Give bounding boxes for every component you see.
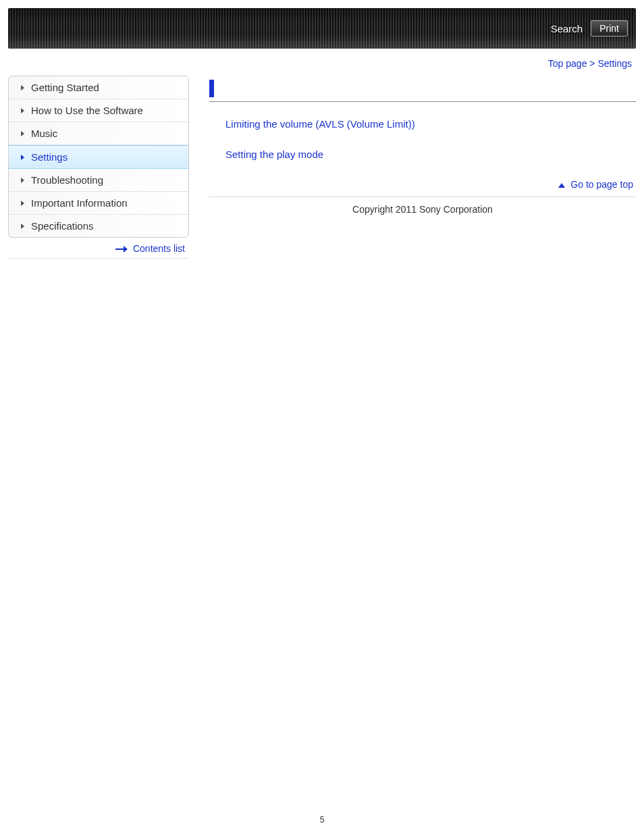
footer-copyright: Copyright 2011 Sony Corporation xyxy=(209,197,636,215)
search-link[interactable]: Search xyxy=(551,23,583,34)
page-number: 5 xyxy=(0,815,644,825)
content-links: Limiting the volume (AVLS (Volume Limit)… xyxy=(209,118,636,160)
sidebar-item-getting-started[interactable]: Getting Started xyxy=(9,76,188,99)
sidebar-item-how-to-use-software[interactable]: How to Use the Software xyxy=(9,99,188,122)
triangle-up-icon xyxy=(558,183,565,188)
caret-right-icon xyxy=(21,201,24,206)
section-marker-icon xyxy=(209,80,214,97)
sidebar-item-label: Settings xyxy=(31,151,68,163)
print-button[interactable]: Print xyxy=(591,20,628,36)
contents-list-link[interactable]: Contents list xyxy=(133,243,185,254)
sidebar-item-label: Troubleshooting xyxy=(31,174,103,186)
content-link-play-mode[interactable]: Setting the play mode xyxy=(225,149,636,160)
sidebar-item-music[interactable]: Music xyxy=(9,122,188,145)
caret-right-icon xyxy=(21,224,24,229)
caret-right-icon xyxy=(21,85,24,90)
header-bar: Search Print xyxy=(8,8,636,49)
contents-list-row: Contents list xyxy=(8,238,189,259)
caret-right-icon xyxy=(21,178,24,183)
caret-right-icon xyxy=(21,155,24,160)
sidebar-item-label: How to Use the Software xyxy=(31,105,143,116)
breadcrumb-separator: > xyxy=(587,58,597,69)
breadcrumb-top-page[interactable]: Top page xyxy=(548,58,587,69)
layout: Getting Started How to Use the Software … xyxy=(8,76,636,259)
sidebar-column: Getting Started How to Use the Software … xyxy=(8,76,189,259)
sidebar-item-specifications[interactable]: Specifications xyxy=(9,215,188,237)
caret-right-icon xyxy=(21,108,24,113)
page: Search Print Top page > Settings Getting… xyxy=(0,0,644,834)
breadcrumb-current[interactable]: Settings xyxy=(597,58,632,69)
sidebar-item-troubleshooting[interactable]: Troubleshooting xyxy=(9,169,188,192)
sidebar-item-settings[interactable]: Settings xyxy=(9,145,188,169)
section-heading xyxy=(209,76,636,102)
content-link-avls-volume-limit[interactable]: Limiting the volume (AVLS (Volume Limit)… xyxy=(225,118,636,130)
breadcrumb: Top page > Settings xyxy=(8,49,636,76)
sidebar-item-label: Important Information xyxy=(31,197,128,209)
go-to-top-row: Go to page top xyxy=(209,179,636,197)
caret-right-icon xyxy=(21,131,24,136)
arrow-right-icon xyxy=(115,247,128,251)
go-to-page-top-link[interactable]: Go to page top xyxy=(570,179,633,190)
sidebar-item-label: Getting Started xyxy=(31,82,99,93)
main-content: Limiting the volume (AVLS (Volume Limit)… xyxy=(189,76,636,215)
sidebar-item-important-information[interactable]: Important Information xyxy=(9,192,188,215)
sidebar-item-label: Specifications xyxy=(31,220,94,232)
sidebar: Getting Started How to Use the Software … xyxy=(8,76,189,238)
sidebar-item-label: Music xyxy=(31,128,57,139)
